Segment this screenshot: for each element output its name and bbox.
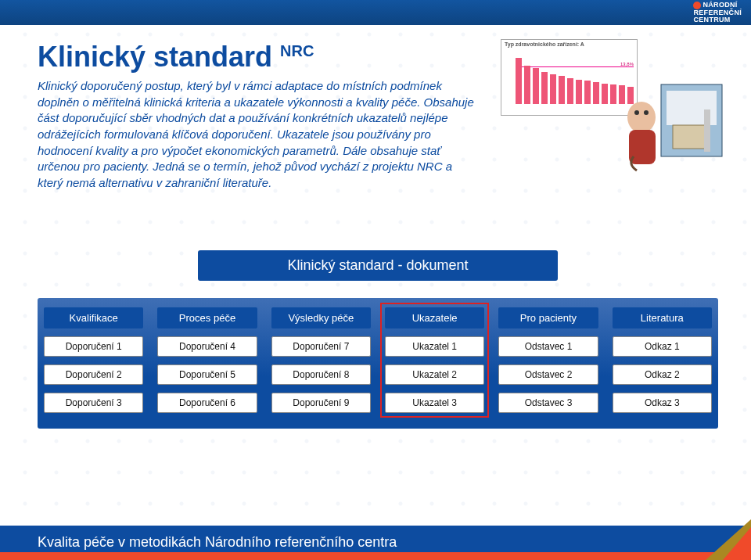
diagram-cell: Odkaz 2: [613, 364, 712, 385]
mini-chart: Typ zdravotnického zařízení: A 13,8%: [501, 39, 638, 116]
footer-ornament: [665, 519, 751, 560]
figure-group: Typ zdravotnického zařízení: A 13,8%: [501, 39, 728, 172]
diagram-column: Pro pacientyOdstavec 1Odstavec 2Odstavec…: [498, 307, 598, 413]
diagram-column: Proces péčeDoporučení 4Doporučení 5Dopor…: [157, 307, 257, 413]
diagram-cell: Doporučení 6: [157, 393, 257, 413]
svg-point-2: [627, 102, 656, 133]
diagram-cell: Ukazatel 1: [385, 336, 484, 357]
diagram-cell: Odstavec 2: [498, 364, 598, 385]
diagram-cell: Odkaz 3: [613, 393, 712, 413]
column-header: Proces péče: [157, 307, 257, 328]
logo-line1: NÁRODNÍ: [702, 1, 737, 9]
diagram-cell: Ukazatel 3: [385, 393, 484, 413]
diagram-cell: Doporučení 4: [157, 336, 257, 357]
diagram-cell: Doporučení 9: [271, 393, 371, 413]
column-header: Pro pacienty: [498, 307, 598, 328]
logo-line3: CENTRUM: [693, 16, 730, 23]
footer: Kvalita péče v metodikách Národního refe…: [0, 526, 751, 560]
logo: NÁRODNÍ REFERENČNÍ CENTRUM: [693, 2, 742, 24]
diagram-column: UkazateleUkazatel 1Ukazatel 2Ukazatel 3: [385, 307, 484, 413]
diagram-column: KvalifikaceDoporučení 1Doporučení 2Dopor…: [44, 307, 143, 413]
diagram-cell: Doporučení 8: [271, 364, 371, 385]
top-banner: NÁRODNÍ REFERENČNÍ CENTRUM: [0, 0, 751, 25]
diagram-cell: Odkaz 1: [613, 336, 712, 357]
chart-title: Typ zdravotnického zařízení: A: [505, 41, 584, 47]
body-text: Klinický doporučený postup, který byl v …: [38, 78, 476, 192]
svg-rect-7: [704, 109, 710, 152]
diagram-column: Výsledky péčeDoporučení 7Doporučení 8Dop…: [271, 307, 371, 413]
column-header: Literatura: [613, 307, 712, 328]
illustration: [618, 78, 728, 172]
diagram-cell: Odstavec 3: [498, 393, 598, 413]
diagram-title: Klinický standard - dokument: [198, 250, 558, 281]
diagram-cell: Doporučení 3: [44, 393, 143, 413]
column-header: Kvalifikace: [44, 307, 143, 328]
diagram-column: LiteraturaOdkaz 1Odkaz 2Odkaz 3: [613, 307, 712, 413]
diagram-cell: Odstavec 1: [498, 336, 598, 357]
diagram-cell: Doporučení 7: [271, 336, 371, 357]
footer-text: Kvalita péče v metodikách Národního refe…: [38, 534, 397, 551]
diagram: Klinický standard - dokument Kvalifikace…: [38, 250, 718, 429]
svg-point-5: [644, 110, 649, 115]
page-title: Klinický standard: [38, 41, 272, 74]
diagram-cell: Ukazatel 2: [385, 364, 484, 385]
diagram-cell: Doporučení 2: [44, 364, 143, 385]
svg-point-4: [634, 110, 639, 115]
diagram-cell: Doporučení 1: [44, 336, 143, 357]
title-superscript: NRC: [280, 42, 314, 60]
column-header: Ukazatele: [385, 307, 484, 328]
column-header: Výsledky péče: [271, 307, 371, 328]
svg-rect-6: [673, 125, 707, 149]
diagram-cell: Doporučení 5: [157, 364, 257, 385]
chart-bars: [516, 52, 634, 104]
